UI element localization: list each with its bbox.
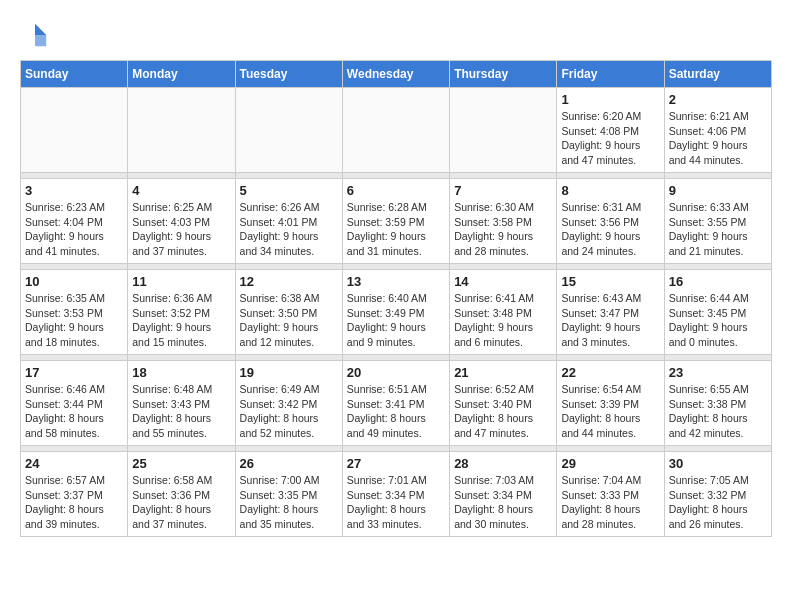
day-info: Sunrise: 7:00 AM Sunset: 3:35 PM Dayligh… — [240, 473, 338, 532]
day-number: 3 — [25, 183, 123, 198]
day-number: 17 — [25, 365, 123, 380]
calendar-cell: 29Sunrise: 7:04 AM Sunset: 3:33 PM Dayli… — [557, 452, 664, 537]
day-info: Sunrise: 6:41 AM Sunset: 3:48 PM Dayligh… — [454, 291, 552, 350]
calendar-week-row: 24Sunrise: 6:57 AM Sunset: 3:37 PM Dayli… — [21, 452, 772, 537]
day-number: 30 — [669, 456, 767, 471]
day-info: Sunrise: 6:46 AM Sunset: 3:44 PM Dayligh… — [25, 382, 123, 441]
calendar-cell: 28Sunrise: 7:03 AM Sunset: 3:34 PM Dayli… — [450, 452, 557, 537]
calendar-week-row: 10Sunrise: 6:35 AM Sunset: 3:53 PM Dayli… — [21, 270, 772, 355]
day-info: Sunrise: 6:58 AM Sunset: 3:36 PM Dayligh… — [132, 473, 230, 532]
day-info: Sunrise: 6:26 AM Sunset: 4:01 PM Dayligh… — [240, 200, 338, 259]
calendar-cell: 3Sunrise: 6:23 AM Sunset: 4:04 PM Daylig… — [21, 179, 128, 264]
calendar-cell: 15Sunrise: 6:43 AM Sunset: 3:47 PM Dayli… — [557, 270, 664, 355]
day-number: 7 — [454, 183, 552, 198]
day-info: Sunrise: 6:51 AM Sunset: 3:41 PM Dayligh… — [347, 382, 445, 441]
day-info: Sunrise: 6:55 AM Sunset: 3:38 PM Dayligh… — [669, 382, 767, 441]
day-info: Sunrise: 6:48 AM Sunset: 3:43 PM Dayligh… — [132, 382, 230, 441]
calendar-cell: 14Sunrise: 6:41 AM Sunset: 3:48 PM Dayli… — [450, 270, 557, 355]
day-number: 23 — [669, 365, 767, 380]
day-number: 19 — [240, 365, 338, 380]
logo — [20, 20, 54, 50]
day-number: 6 — [347, 183, 445, 198]
weekday-header: Tuesday — [235, 61, 342, 88]
day-number: 13 — [347, 274, 445, 289]
day-info: Sunrise: 7:04 AM Sunset: 3:33 PM Dayligh… — [561, 473, 659, 532]
day-info: Sunrise: 7:05 AM Sunset: 3:32 PM Dayligh… — [669, 473, 767, 532]
calendar-cell: 11Sunrise: 6:36 AM Sunset: 3:52 PM Dayli… — [128, 270, 235, 355]
day-number: 20 — [347, 365, 445, 380]
calendar-cell: 26Sunrise: 7:00 AM Sunset: 3:35 PM Dayli… — [235, 452, 342, 537]
page-header — [20, 20, 772, 50]
calendar-cell: 22Sunrise: 6:54 AM Sunset: 3:39 PM Dayli… — [557, 361, 664, 446]
day-info: Sunrise: 7:03 AM Sunset: 3:34 PM Dayligh… — [454, 473, 552, 532]
day-info: Sunrise: 6:36 AM Sunset: 3:52 PM Dayligh… — [132, 291, 230, 350]
weekday-header: Wednesday — [342, 61, 449, 88]
calendar-cell: 5Sunrise: 6:26 AM Sunset: 4:01 PM Daylig… — [235, 179, 342, 264]
day-number: 28 — [454, 456, 552, 471]
day-number: 12 — [240, 274, 338, 289]
calendar-cell: 2Sunrise: 6:21 AM Sunset: 4:06 PM Daylig… — [664, 88, 771, 173]
day-info: Sunrise: 7:01 AM Sunset: 3:34 PM Dayligh… — [347, 473, 445, 532]
calendar-cell — [450, 88, 557, 173]
day-info: Sunrise: 6:38 AM Sunset: 3:50 PM Dayligh… — [240, 291, 338, 350]
weekday-header: Monday — [128, 61, 235, 88]
calendar-cell: 19Sunrise: 6:49 AM Sunset: 3:42 PM Dayli… — [235, 361, 342, 446]
weekday-header: Saturday — [664, 61, 771, 88]
calendar-cell: 10Sunrise: 6:35 AM Sunset: 3:53 PM Dayli… — [21, 270, 128, 355]
calendar-cell: 17Sunrise: 6:46 AM Sunset: 3:44 PM Dayli… — [21, 361, 128, 446]
calendar-cell: 25Sunrise: 6:58 AM Sunset: 3:36 PM Dayli… — [128, 452, 235, 537]
calendar-cell: 16Sunrise: 6:44 AM Sunset: 3:45 PM Dayli… — [664, 270, 771, 355]
calendar-cell — [342, 88, 449, 173]
day-info: Sunrise: 6:57 AM Sunset: 3:37 PM Dayligh… — [25, 473, 123, 532]
day-number: 2 — [669, 92, 767, 107]
day-info: Sunrise: 6:49 AM Sunset: 3:42 PM Dayligh… — [240, 382, 338, 441]
day-info: Sunrise: 6:33 AM Sunset: 3:55 PM Dayligh… — [669, 200, 767, 259]
day-number: 4 — [132, 183, 230, 198]
calendar-cell — [128, 88, 235, 173]
weekday-header: Sunday — [21, 61, 128, 88]
calendar-cell: 9Sunrise: 6:33 AM Sunset: 3:55 PM Daylig… — [664, 179, 771, 264]
calendar-cell — [235, 88, 342, 173]
day-number: 27 — [347, 456, 445, 471]
calendar-cell: 8Sunrise: 6:31 AM Sunset: 3:56 PM Daylig… — [557, 179, 664, 264]
calendar-cell: 24Sunrise: 6:57 AM Sunset: 3:37 PM Dayli… — [21, 452, 128, 537]
day-info: Sunrise: 6:28 AM Sunset: 3:59 PM Dayligh… — [347, 200, 445, 259]
calendar-cell: 20Sunrise: 6:51 AM Sunset: 3:41 PM Dayli… — [342, 361, 449, 446]
svg-marker-0 — [35, 24, 46, 35]
calendar-cell: 1Sunrise: 6:20 AM Sunset: 4:08 PM Daylig… — [557, 88, 664, 173]
calendar-cell: 6Sunrise: 6:28 AM Sunset: 3:59 PM Daylig… — [342, 179, 449, 264]
calendar-cell: 27Sunrise: 7:01 AM Sunset: 3:34 PM Dayli… — [342, 452, 449, 537]
day-number: 9 — [669, 183, 767, 198]
calendar-week-row: 1Sunrise: 6:20 AM Sunset: 4:08 PM Daylig… — [21, 88, 772, 173]
calendar-week-row: 17Sunrise: 6:46 AM Sunset: 3:44 PM Dayli… — [21, 361, 772, 446]
calendar-cell: 13Sunrise: 6:40 AM Sunset: 3:49 PM Dayli… — [342, 270, 449, 355]
day-number: 14 — [454, 274, 552, 289]
day-info: Sunrise: 6:23 AM Sunset: 4:04 PM Dayligh… — [25, 200, 123, 259]
calendar-table: SundayMondayTuesdayWednesdayThursdayFrid… — [20, 60, 772, 537]
day-info: Sunrise: 6:25 AM Sunset: 4:03 PM Dayligh… — [132, 200, 230, 259]
day-number: 16 — [669, 274, 767, 289]
calendar-cell: 21Sunrise: 6:52 AM Sunset: 3:40 PM Dayli… — [450, 361, 557, 446]
day-info: Sunrise: 6:35 AM Sunset: 3:53 PM Dayligh… — [25, 291, 123, 350]
day-info: Sunrise: 6:43 AM Sunset: 3:47 PM Dayligh… — [561, 291, 659, 350]
day-info: Sunrise: 6:54 AM Sunset: 3:39 PM Dayligh… — [561, 382, 659, 441]
day-number: 22 — [561, 365, 659, 380]
calendar-cell: 30Sunrise: 7:05 AM Sunset: 3:32 PM Dayli… — [664, 452, 771, 537]
day-info: Sunrise: 6:20 AM Sunset: 4:08 PM Dayligh… — [561, 109, 659, 168]
day-number: 24 — [25, 456, 123, 471]
calendar-cell: 4Sunrise: 6:25 AM Sunset: 4:03 PM Daylig… — [128, 179, 235, 264]
day-info: Sunrise: 6:30 AM Sunset: 3:58 PM Dayligh… — [454, 200, 552, 259]
logo-icon — [20, 20, 50, 50]
day-number: 26 — [240, 456, 338, 471]
day-info: Sunrise: 6:52 AM Sunset: 3:40 PM Dayligh… — [454, 382, 552, 441]
weekday-header: Thursday — [450, 61, 557, 88]
calendar-header-row: SundayMondayTuesdayWednesdayThursdayFrid… — [21, 61, 772, 88]
day-number: 29 — [561, 456, 659, 471]
day-number: 5 — [240, 183, 338, 198]
day-number: 21 — [454, 365, 552, 380]
calendar-cell: 18Sunrise: 6:48 AM Sunset: 3:43 PM Dayli… — [128, 361, 235, 446]
weekday-header: Friday — [557, 61, 664, 88]
day-number: 10 — [25, 274, 123, 289]
calendar-week-row: 3Sunrise: 6:23 AM Sunset: 4:04 PM Daylig… — [21, 179, 772, 264]
day-number: 15 — [561, 274, 659, 289]
